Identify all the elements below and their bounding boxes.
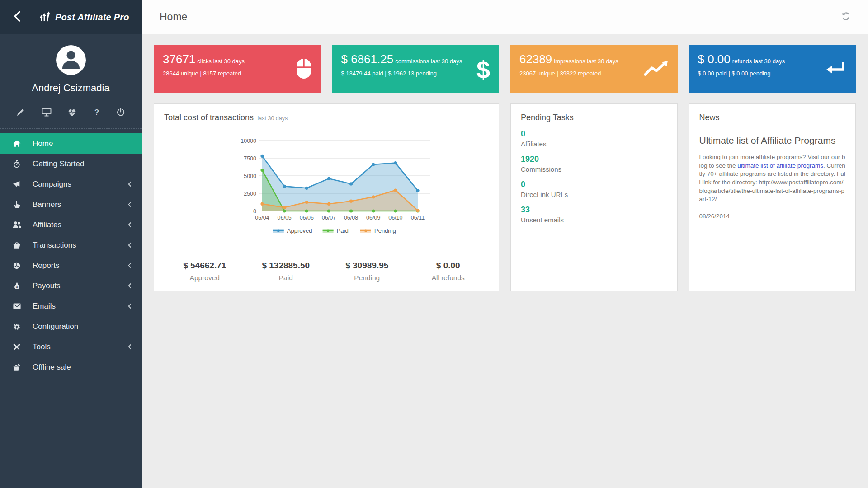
sidebar-item-label: Transactions xyxy=(33,241,76,250)
sidebar-item-transactions[interactable]: Transactions xyxy=(0,235,142,255)
power-icon[interactable] xyxy=(116,108,125,117)
pie-chart-icon xyxy=(12,262,22,270)
svg-text:06/07: 06/07 xyxy=(322,215,336,221)
svg-text:10000: 10000 xyxy=(241,138,256,144)
sidebar-logo-bar: Post Affiliate Pro xyxy=(0,0,142,34)
sidebar-item-label: Emails xyxy=(33,302,56,311)
total-paid: $ 132885.50 Paid xyxy=(245,261,327,282)
news-link[interactable]: ultimate list of affiliate programs xyxy=(737,162,823,169)
sidebar-item-label: Tools xyxy=(33,343,51,352)
impressions-label: impressions last 30 days xyxy=(554,58,618,65)
sidebar-item-label: Offline sale xyxy=(33,363,71,372)
help-icon[interactable]: ? xyxy=(93,108,100,117)
svg-text:06/08: 06/08 xyxy=(344,215,358,221)
monitor-icon[interactable] xyxy=(42,108,52,117)
person-icon xyxy=(57,45,85,75)
sidebar-item-label: Payouts xyxy=(33,282,60,291)
clicks-label: clicks last 30 days xyxy=(197,58,245,65)
dashboard-panels: Total cost of transactions last 30 days … xyxy=(154,103,856,291)
svg-text:06/11: 06/11 xyxy=(411,215,425,221)
envelope-icon xyxy=(12,303,22,310)
topbar: Home xyxy=(142,0,868,34)
chevron-collapsed-icon xyxy=(128,263,132,268)
commissions-card[interactable]: $ 6861.25commissions last 30 days $ 1347… xyxy=(332,45,500,93)
task-unsent-emails: 33 Unsent emails xyxy=(521,205,667,224)
sidebar-item-offline-sale[interactable]: Offline sale xyxy=(0,357,142,377)
sidebar-item-tools[interactable]: Tools xyxy=(0,337,142,357)
avatar[interactable] xyxy=(56,45,86,75)
chart-title: Total cost of transactions xyxy=(164,113,254,122)
transactions-chart: 02500500075001000006/0406/0506/0606/0706… xyxy=(209,133,444,247)
chart-header: Total cost of transactions last 30 days xyxy=(164,113,489,122)
trend-line-icon xyxy=(644,60,669,79)
total-approved: $ 54662.71 Approved xyxy=(164,261,245,282)
refresh-button[interactable] xyxy=(841,11,851,23)
clicks-card[interactable]: 37671clicks last 30 days 28644 unique | … xyxy=(154,45,321,93)
svg-text:5000: 5000 xyxy=(244,173,256,179)
stopwatch-icon xyxy=(12,160,22,168)
offline-basket-icon xyxy=(12,363,22,371)
chevron-collapsed-icon xyxy=(128,242,132,248)
sidebar-item-payouts[interactable]: $ Payouts xyxy=(0,276,142,296)
users-icon xyxy=(12,221,22,229)
sidebar-item-affiliates[interactable]: Affiliates xyxy=(0,215,142,235)
sidebar-item-label: Campaigns xyxy=(33,180,71,189)
news-date: 08/26/2014 xyxy=(699,213,846,220)
sidebar-item-emails[interactable]: Emails xyxy=(0,296,142,316)
sidebar-divider xyxy=(0,128,142,129)
impressions-card-text: 62389impressions last 30 days 23067 uniq… xyxy=(519,52,618,87)
svg-text:Approved: Approved xyxy=(287,227,312,234)
sidebar-item-banners[interactable]: Banners xyxy=(0,194,142,215)
refunds-value: $ 0.00 xyxy=(698,52,731,66)
svg-text:06/05: 06/05 xyxy=(278,215,292,221)
sidebar-item-configuration[interactable]: Configuration xyxy=(0,316,142,337)
task-direclink-urls: 0 DirecLink URLs xyxy=(521,180,667,198)
commissions-sub: $ 13479.44 paid | $ 1962.13 pending xyxy=(341,70,462,77)
user-name: Andrej Csizmadia xyxy=(0,82,142,94)
sidebar-item-home[interactable]: Home xyxy=(0,133,142,154)
heartbeat-icon[interactable] xyxy=(67,108,77,117)
svg-text:0: 0 xyxy=(253,208,256,215)
impressions-card[interactable]: 62389impressions last 30 days 23067 uniq… xyxy=(510,45,678,93)
sidebar-item-getting-started[interactable]: Getting Started xyxy=(0,154,142,174)
tools-icon xyxy=(12,343,22,351)
chart-wrap: 02500500075001000006/0406/0506/0606/0706… xyxy=(164,133,489,247)
impressions-value: 62389 xyxy=(519,52,552,66)
clicks-value: 37671 xyxy=(163,52,195,66)
svg-text:Pending: Pending xyxy=(374,227,396,234)
sidebar-item-reports[interactable]: Reports xyxy=(0,255,142,276)
commissions-card-text: $ 6861.25commissions last 30 days $ 1347… xyxy=(341,52,462,87)
svg-text:Paid: Paid xyxy=(337,227,349,234)
stat-cards: 37671clicks last 30 days 28644 unique | … xyxy=(154,45,856,93)
commissions-label: commissions last 30 days xyxy=(395,58,462,65)
collapse-sidebar-button[interactable] xyxy=(7,7,27,27)
clicks-card-text: 37671clicks last 30 days 28644 unique | … xyxy=(163,52,245,87)
sidebar-item-campaigns[interactable]: Campaigns xyxy=(0,174,142,194)
dollar-icon: $ xyxy=(476,57,490,82)
refunds-card[interactable]: $ 0.00refunds last 30 days $ 0.00 paid |… xyxy=(689,45,856,93)
chart-totals: $ 54662.71 Approved $ 132885.50 Paid $ 3… xyxy=(164,261,489,282)
svg-text:06/04: 06/04 xyxy=(255,215,269,221)
edit-pencil-icon[interactable] xyxy=(16,108,25,117)
home-icon xyxy=(12,140,22,147)
pending-tasks-title: Pending Tasks xyxy=(521,113,667,122)
quick-actions: ? xyxy=(0,94,142,127)
chevron-collapsed-icon xyxy=(128,181,132,187)
dashboard-content: 37671clicks last 30 days 28644 unique | … xyxy=(142,34,868,488)
svg-text:06/09: 06/09 xyxy=(366,215,380,221)
chevron-collapsed-icon xyxy=(128,222,132,228)
refresh-icon xyxy=(841,11,851,23)
brand-name: Post Affiliate Pro xyxy=(55,12,129,23)
total-all-refunds: $ 0.00 All refunds xyxy=(408,261,489,282)
sidebar-item-label: Affiliates xyxy=(33,221,61,230)
money-bag-icon: $ xyxy=(12,282,22,290)
pending-tasks-panel: Pending Tasks 0 Affiliates 1920 Commissi… xyxy=(510,103,678,291)
sidebar-item-label: Configuration xyxy=(33,322,78,331)
hand-pointer-icon xyxy=(12,201,22,209)
commissions-value: $ 6861.25 xyxy=(341,52,394,66)
task-commissions: 1920 Commissions xyxy=(521,155,667,173)
user-profile: Andrej Csizmadia xyxy=(0,34,142,94)
sidebar-item-label: Banners xyxy=(33,200,61,209)
brand-arrows-icon xyxy=(39,11,51,23)
total-pending: $ 30989.95 Pending xyxy=(326,261,408,282)
